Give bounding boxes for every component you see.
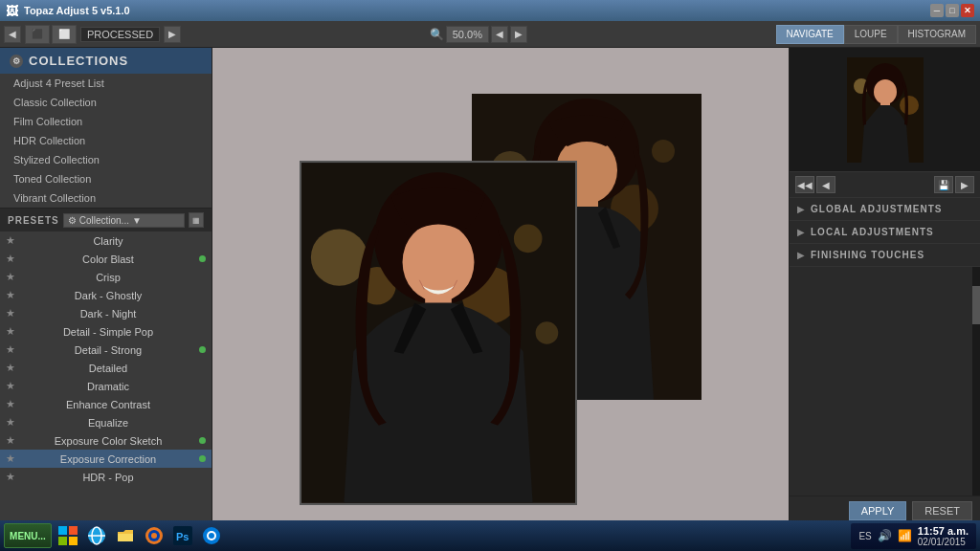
preset-item-dramatic[interactable]: ★ Dramatic bbox=[0, 377, 212, 395]
star-icon[interactable]: ★ bbox=[6, 253, 17, 265]
right-panel-scroll-area bbox=[790, 267, 980, 496]
tab-navigate[interactable]: NAVIGATE bbox=[776, 25, 844, 44]
svg-point-23 bbox=[874, 79, 897, 104]
preset-item-detailed[interactable]: ★ Detailed bbox=[0, 359, 212, 377]
preset-dot bbox=[199, 474, 206, 480]
svg-rect-28 bbox=[69, 537, 78, 545]
svg-rect-25 bbox=[58, 526, 67, 535]
tab-histogram[interactable]: HISTOGRAM bbox=[898, 25, 976, 44]
presets-gear: ⚙ bbox=[68, 215, 77, 226]
star-icon[interactable]: ★ bbox=[6, 289, 17, 301]
star-icon[interactable]: ★ bbox=[6, 416, 17, 429]
preset-item-dark-ghostly[interactable]: ★ Dark - Ghostly bbox=[0, 286, 212, 304]
app-title: Topaz Adjust 5 v5.1.0 bbox=[24, 5, 930, 16]
star-icon[interactable]: ★ bbox=[6, 325, 17, 338]
presets-dropdown[interactable]: ⚙ Collection... ▼ bbox=[63, 213, 185, 228]
apply-button[interactable]: APPLY bbox=[849, 501, 907, 520]
local-adjustments-section[interactable]: ▶ LOCAL ADJUSTMENTS bbox=[790, 221, 980, 244]
photo-container bbox=[300, 94, 702, 505]
collections-gear-icon[interactable]: ⚙ bbox=[10, 55, 23, 68]
zoom-input[interactable] bbox=[446, 26, 489, 43]
sidebar: ⚙ COLLECTIONS Adjust 4 Preset List Class… bbox=[0, 48, 212, 551]
prev-button[interactable]: ◀ bbox=[4, 26, 21, 43]
collection-item-toned[interactable]: Toned Collection bbox=[0, 169, 212, 188]
preset-item-clarity[interactable]: ★ Clarity bbox=[0, 231, 212, 250]
preset-item-exposure-sketch[interactable]: ★ Exposure Color Sketch bbox=[0, 431, 212, 450]
next-button[interactable]: ▶ bbox=[164, 26, 181, 43]
taskbar-icon-windows[interactable] bbox=[56, 523, 80, 548]
star-icon[interactable]: ★ bbox=[6, 362, 17, 374]
star-icon[interactable]: ★ bbox=[6, 271, 17, 283]
star-icon[interactable]: ★ bbox=[6, 234, 17, 247]
maximize-button[interactable]: □ bbox=[946, 4, 959, 17]
prev-image-step[interactable]: ◀ bbox=[816, 176, 835, 193]
taskbar-icon-app[interactable] bbox=[199, 523, 224, 548]
minimize-button[interactable]: ─ bbox=[930, 4, 944, 17]
collection-item-hdr[interactable]: HDR Collection bbox=[0, 131, 212, 150]
finishing-touches-section[interactable]: ▶ FINISHING TOUCHES bbox=[790, 244, 980, 267]
star-icon[interactable]: ★ bbox=[6, 471, 17, 483]
preset-name: Dramatic bbox=[23, 381, 193, 392]
collection-item-adjust4[interactable]: Adjust 4 Preset List bbox=[0, 74, 212, 93]
right-scrollbar[interactable] bbox=[972, 267, 980, 496]
global-adjustments-section[interactable]: ▶ GLOBAL ADJUSTMENTS bbox=[790, 198, 980, 221]
preset-dot bbox=[199, 292, 206, 298]
svg-point-21 bbox=[900, 96, 919, 115]
start-button[interactable]: MENU... bbox=[4, 523, 52, 548]
section-label: FINISHING TOUCHES bbox=[811, 250, 924, 260]
speaker-icon[interactable]: 🔊 bbox=[878, 529, 892, 542]
star-icon[interactable]: ★ bbox=[6, 343, 17, 356]
preset-dot bbox=[199, 274, 206, 280]
taskbar-icon-folder[interactable] bbox=[113, 523, 138, 548]
preset-name: Color Blast bbox=[23, 253, 193, 265]
star-icon[interactable]: ★ bbox=[6, 434, 17, 447]
toolbar: ◀ ⬛ ⬜ PROCESSED ▶ 🔍 ◀ ▶ NAVIGATE LOUPE H… bbox=[0, 21, 980, 48]
star-icon[interactable]: ★ bbox=[6, 307, 17, 320]
presets-list[interactable]: ★ Clarity ★ Color Blast ★ Crisp ★ Dark -… bbox=[0, 231, 212, 522]
close-button[interactable]: ✕ bbox=[961, 4, 974, 17]
scrollbar-thumb[interactable] bbox=[972, 286, 980, 324]
zoom-up[interactable]: ▶ bbox=[510, 26, 527, 43]
preset-item-exposure-correction[interactable]: ★ Exposure Correction bbox=[0, 450, 212, 468]
zoom-down[interactable]: ◀ bbox=[491, 26, 508, 43]
preset-item-hdr-pop[interactable]: ★ HDR - Pop bbox=[0, 468, 212, 486]
preset-item-enhance-contrast[interactable]: ★ Enhance Contrast bbox=[0, 395, 212, 413]
thumbnail-svg bbox=[847, 57, 924, 163]
split-view-button[interactable]: ⬛ bbox=[25, 25, 50, 44]
preset-dot bbox=[199, 419, 206, 426]
save-button[interactable]: 💾 bbox=[934, 176, 953, 193]
preset-dot bbox=[199, 437, 206, 444]
taskbar-icon-firefox[interactable] bbox=[142, 523, 167, 548]
tab-loupe[interactable]: LOUPE bbox=[844, 25, 898, 44]
prev-image-button[interactable]: ◀◀ bbox=[795, 176, 814, 193]
grid-view-icon[interactable]: ▦ bbox=[189, 212, 204, 228]
thumbnail-area bbox=[790, 48, 980, 172]
presets-dropdown-label: Collection... bbox=[79, 215, 129, 226]
full-view-button[interactable]: ⬜ bbox=[52, 25, 77, 44]
preset-item-crisp[interactable]: ★ Crisp bbox=[0, 268, 212, 286]
next-image-step[interactable]: ▶ bbox=[955, 176, 974, 193]
preset-item-detail-simple[interactable]: ★ Detail - Simple Pop bbox=[0, 322, 212, 341]
collection-item-film[interactable]: Film Collection bbox=[0, 112, 212, 131]
star-icon[interactable]: ★ bbox=[6, 380, 17, 392]
collection-item-vibrant[interactable]: Vibrant Collection bbox=[0, 188, 212, 208]
preset-item-detail-strong[interactable]: ★ Detail - Strong bbox=[0, 341, 212, 359]
expand-icon: ▶ bbox=[797, 204, 805, 214]
collection-item-stylized[interactable]: Stylized Collection bbox=[0, 150, 212, 169]
app-container: ◀ ⬛ ⬜ PROCESSED ▶ 🔍 ◀ ▶ NAVIGATE LOUPE H… bbox=[0, 21, 980, 551]
reset-button[interactable]: RESET bbox=[912, 501, 972, 520]
preset-item-colorblast[interactable]: ★ Color Blast bbox=[0, 250, 212, 268]
preset-item-dark-night[interactable]: ★ Dark - Night bbox=[0, 304, 212, 322]
taskbar-icon-ie[interactable] bbox=[84, 523, 109, 548]
star-icon[interactable]: ★ bbox=[6, 452, 17, 465]
collection-item-classic[interactable]: Classic Collection bbox=[0, 93, 212, 112]
system-tray: ES 🔊 📶 11:57 a.m. 02/01/2015 bbox=[851, 523, 976, 549]
preset-item-equalize[interactable]: ★ Equalize bbox=[0, 413, 212, 431]
taskbar-icon-photoshop[interactable]: Ps bbox=[170, 523, 195, 548]
star-icon[interactable]: ★ bbox=[6, 398, 17, 410]
collections-header: ⚙ COLLECTIONS bbox=[0, 48, 212, 74]
preset-name: Exposure Color Sketch bbox=[23, 435, 193, 447]
section-label: LOCAL ADJUSTMENTS bbox=[811, 227, 934, 237]
zoom-icon: 🔍 bbox=[430, 28, 444, 41]
preset-dot bbox=[199, 346, 206, 353]
